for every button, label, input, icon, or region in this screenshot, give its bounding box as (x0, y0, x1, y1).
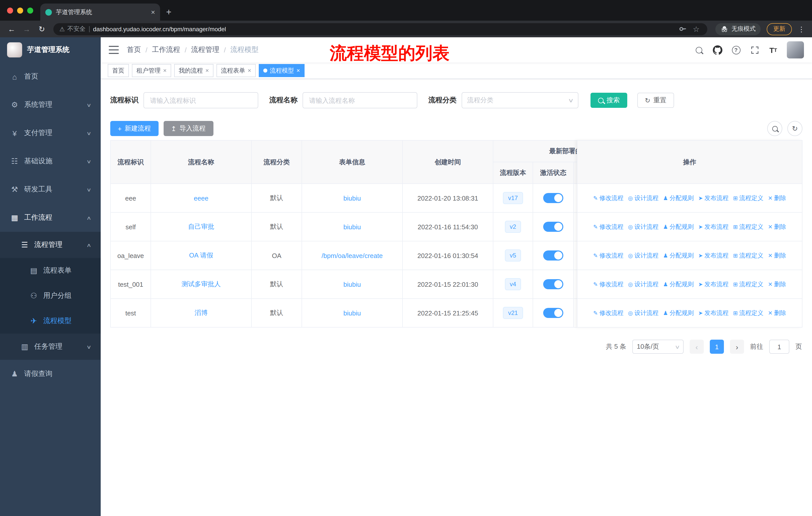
publish-action-link[interactable]: ➤发布流程 (698, 194, 728, 202)
design-action-link[interactable]: ◎设计流程 (628, 194, 659, 202)
process-name-input[interactable] (302, 92, 417, 108)
modify-action-link[interactable]: ✎修改流程 (593, 194, 624, 202)
assign-rule-action-link[interactable]: ♟分配规则 (663, 194, 694, 202)
key-icon[interactable] (677, 24, 688, 34)
close-icon[interactable]: × (248, 67, 251, 74)
address-bar[interactable]: ⚠ 不安全 dashboard.yudao.iocoder.cn/bpm/man… (53, 23, 707, 35)
zoom-window-button[interactable] (27, 7, 33, 13)
search-button[interactable]: 搜索 (590, 93, 627, 108)
breadcrumb-item[interactable]: 流程管理 (191, 45, 220, 54)
modify-action-link[interactable]: ✎修改流程 (593, 280, 624, 289)
goto-page-input[interactable] (769, 340, 789, 354)
next-page-button[interactable]: › (730, 340, 744, 354)
browser-tab[interactable]: 芋道管理系统 × (40, 3, 160, 21)
sidebar-item-process-model[interactable]: ✈ 流程模型 (0, 308, 101, 333)
sidebar-item-devtools[interactable]: ⚒ 研发工具 ∨ (0, 175, 101, 203)
form-link[interactable]: biubiu (343, 194, 361, 202)
sidebar-item-payment[interactable]: ¥ 支付管理 ∨ (0, 119, 101, 147)
definition-action-link[interactable]: ⊞流程定义 (733, 194, 763, 202)
active-toggle[interactable] (543, 279, 563, 289)
create-process-button[interactable]: + 新建流程 (110, 121, 158, 136)
design-action-link[interactable]: ◎设计流程 (628, 280, 659, 289)
delete-action-link[interactable]: ✕删除 (768, 222, 786, 231)
security-status[interactable]: ⚠ 不安全 (59, 25, 86, 33)
assign-rule-action-link[interactable]: ♟分配规则 (663, 280, 694, 289)
update-button[interactable]: 更新 (767, 23, 792, 35)
breadcrumb-item[interactable]: 工作流程 (152, 45, 180, 54)
reload-icon[interactable]: ↻ (35, 24, 48, 33)
model-name-link[interactable]: 测试多审批人 (181, 280, 221, 288)
sidebar-item-user-group[interactable]: ⚇ 用户分组 (0, 283, 101, 308)
close-window-button[interactable] (7, 7, 13, 13)
assign-rule-action-link[interactable]: ♟分配规则 (663, 222, 694, 231)
design-action-link[interactable]: ◎设计流程 (628, 251, 659, 260)
tag-process-form[interactable]: 流程表单 × (216, 64, 256, 77)
design-action-link[interactable]: ◎设计流程 (628, 222, 659, 231)
delete-action-link[interactable]: ✕删除 (768, 309, 786, 317)
process-id-input[interactable] (143, 92, 258, 108)
close-icon[interactable]: × (205, 67, 209, 74)
form-link[interactable]: /bpm/oa/leave/create (322, 252, 383, 259)
import-process-button[interactable]: ↥ 导入流程 (163, 121, 213, 136)
minimize-window-button[interactable] (17, 7, 23, 13)
tag-tenant[interactable]: 租户管理 × (132, 64, 171, 77)
sidebar-item-task-mgmt[interactable]: ▥ 任务管理 ∨ (0, 333, 101, 360)
tag-home[interactable]: 首页 (108, 64, 129, 77)
search-icon[interactable] (694, 45, 704, 55)
font-size-icon[interactable]: TT (768, 45, 778, 55)
publish-action-link[interactable]: ➤发布流程 (698, 222, 728, 231)
delete-action-link[interactable]: ✕删除 (768, 194, 786, 202)
modify-action-link[interactable]: ✎修改流程 (593, 309, 624, 317)
close-icon[interactable]: × (163, 67, 167, 74)
modify-action-link[interactable]: ✎修改流程 (593, 251, 624, 260)
modify-action-link[interactable]: ✎修改流程 (593, 222, 624, 231)
model-name-link[interactable]: 自己审批 (188, 223, 214, 230)
bookmark-star-icon[interactable]: ☆ (691, 24, 701, 34)
fullscreen-icon[interactable] (750, 45, 760, 55)
definition-action-link[interactable]: ⊞流程定义 (733, 280, 763, 289)
refresh-table-button[interactable]: ↻ (787, 121, 803, 136)
definition-action-link[interactable]: ⊞流程定义 (733, 222, 763, 231)
help-icon[interactable]: ? (731, 45, 741, 55)
tag-my-process[interactable]: 我的流程 × (174, 64, 213, 77)
form-link[interactable]: biubiu (343, 223, 361, 230)
delete-action-link[interactable]: ✕删除 (768, 280, 786, 289)
tag-process-model[interactable]: 流程模型 × (259, 64, 304, 77)
user-avatar[interactable] (787, 41, 804, 58)
assign-rule-action-link[interactable]: ♟分配规则 (663, 251, 694, 260)
definition-action-link[interactable]: ⊞流程定义 (733, 251, 763, 260)
close-icon[interactable]: × (296, 67, 300, 74)
sidebar-item-workflow[interactable]: ▦ 工作流程 ∧ (0, 203, 101, 232)
publish-action-link[interactable]: ➤发布流程 (698, 251, 728, 260)
app-logo[interactable]: 芋道管理系统 (0, 37, 101, 62)
page-1-button[interactable]: 1 (710, 340, 724, 354)
sidebar-item-infra[interactable]: ☷ 基础设施 ∨ (0, 147, 101, 175)
collapse-sidebar-icon[interactable] (109, 46, 119, 54)
form-link[interactable]: biubiu (343, 309, 361, 317)
sidebar-item-process-mgmt[interactable]: ☰ 流程管理 ∧ (0, 232, 101, 258)
active-toggle[interactable] (543, 250, 563, 261)
prev-page-button[interactable]: ‹ (690, 340, 704, 354)
active-toggle[interactable] (543, 308, 563, 318)
browser-menu-icon[interactable]: ⋮ (796, 25, 807, 33)
sidebar-item-system[interactable]: ⚙ 系统管理 ∨ (0, 91, 101, 119)
form-link[interactable]: biubiu (343, 280, 361, 288)
toggle-search-button[interactable] (767, 121, 782, 136)
category-select[interactable]: 流程分类 ∨ (462, 92, 578, 108)
breadcrumb-item[interactable]: 首页 (127, 45, 141, 54)
design-action-link[interactable]: ◎设计流程 (628, 309, 659, 317)
sidebar-item-leave-query[interactable]: ♟ 请假查询 (0, 360, 101, 388)
model-name-link[interactable]: 滔博 (195, 309, 208, 317)
model-name-link[interactable]: eeee (194, 194, 208, 202)
delete-action-link[interactable]: ✕删除 (768, 251, 786, 260)
active-toggle[interactable] (543, 222, 563, 232)
publish-action-link[interactable]: ➤发布流程 (698, 309, 728, 317)
back-icon[interactable]: ← (5, 25, 18, 33)
sidebar-item-process-form[interactable]: ▤ 流程表单 (0, 258, 101, 283)
model-name-link[interactable]: OA 请假 (189, 251, 213, 259)
reset-button[interactable]: ↻ 重置 (637, 93, 674, 108)
tab-close-icon[interactable]: × (151, 8, 155, 16)
sidebar-item-home[interactable]: ⌂ 首页 (0, 62, 101, 91)
page-size-select[interactable]: 10条/页 ∨ (632, 340, 684, 354)
active-toggle[interactable] (543, 193, 563, 203)
